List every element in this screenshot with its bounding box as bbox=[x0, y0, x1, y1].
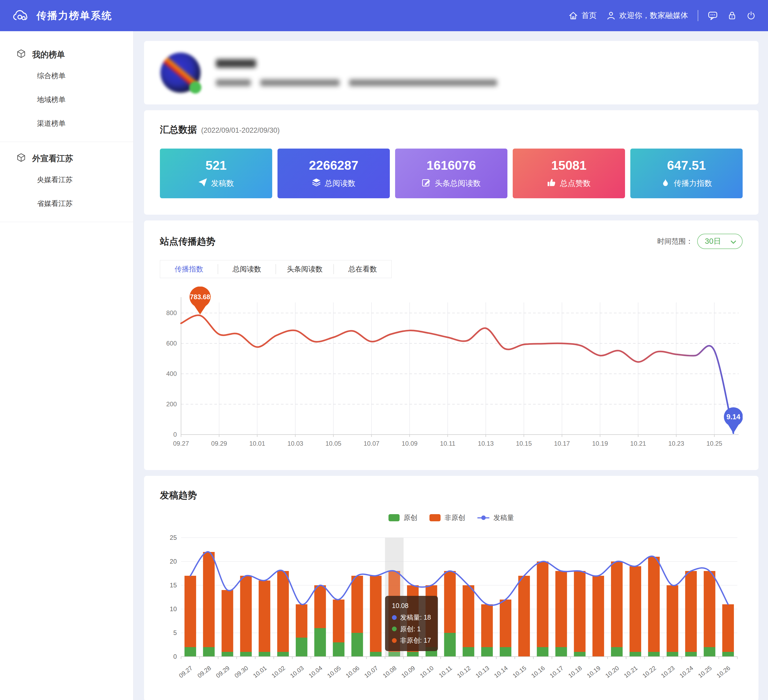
cube-icon bbox=[16, 49, 26, 61]
trend-tab[interactable]: 总阅读数 bbox=[218, 264, 276, 274]
sidebar-group-title[interactable]: 外宣看江苏 bbox=[0, 149, 133, 168]
layers-icon bbox=[312, 178, 321, 189]
svg-text:10.17: 10.17 bbox=[549, 664, 565, 679]
svg-text:10.14: 10.14 bbox=[493, 664, 509, 679]
svg-text:400: 400 bbox=[166, 370, 177, 377]
stat-label: 总阅读数 bbox=[325, 178, 355, 189]
account-profile-card bbox=[144, 41, 758, 104]
stat-card: 647.51传播力指数 bbox=[630, 149, 742, 198]
svg-text:25: 25 bbox=[170, 534, 177, 541]
svg-text:10.07: 10.07 bbox=[363, 664, 379, 679]
svg-text:10.21: 10.21 bbox=[622, 664, 639, 679]
stat-card: 2266287总阅读数 bbox=[277, 149, 390, 198]
svg-text:10.03: 10.03 bbox=[289, 664, 305, 679]
trend-tab[interactable]: 头条阅读数 bbox=[276, 264, 333, 274]
stat-card: 521发稿数 bbox=[160, 149, 272, 198]
svg-text:10.13: 10.13 bbox=[478, 440, 494, 447]
trend-tab[interactable]: 传播指数 bbox=[160, 264, 218, 274]
publish-legend: 原创非原创发稿量 bbox=[160, 513, 742, 522]
nav-home-link[interactable]: 首页 bbox=[568, 10, 597, 21]
sidebar-group-label: 我的榜单 bbox=[32, 49, 65, 60]
svg-text:10.21: 10.21 bbox=[630, 440, 646, 447]
svg-text:10.25: 10.25 bbox=[697, 664, 713, 679]
summary-title: 汇总数据 bbox=[160, 123, 197, 136]
stat-label: 总点赞数 bbox=[560, 178, 591, 189]
legend-label: 发稿量 bbox=[493, 513, 514, 522]
chevron-down-icon bbox=[730, 237, 736, 246]
nav-account[interactable]: 欢迎你，数家融媒体 bbox=[606, 10, 688, 21]
svg-text:10.12: 10.12 bbox=[456, 664, 472, 679]
svg-text:10.08: 10.08 bbox=[382, 664, 398, 679]
sidebar-item[interactable]: 地域榜单 bbox=[0, 88, 133, 112]
sidebar-item[interactable]: 央媒看江苏 bbox=[0, 168, 133, 192]
svg-text:10.09: 10.09 bbox=[402, 440, 418, 447]
svg-text:200: 200 bbox=[166, 400, 177, 408]
stat-value: 521 bbox=[205, 158, 227, 173]
user-icon bbox=[606, 11, 616, 20]
nav-welcome-text: 欢迎你，数家融媒体 bbox=[619, 10, 688, 21]
stat-label: 传播力指数 bbox=[674, 178, 712, 189]
chat-icon[interactable] bbox=[708, 11, 718, 21]
legend-swatch bbox=[389, 514, 400, 521]
svg-text:09.27: 09.27 bbox=[173, 440, 189, 447]
svg-text:600: 600 bbox=[166, 340, 177, 347]
stat-card: 1616076头条总阅读数 bbox=[395, 149, 507, 198]
main-content: 汇总数据 (2022/09/01-2022/09/30) 521发稿数22662… bbox=[133, 31, 768, 700]
sidebar-group-label: 外宣看江苏 bbox=[32, 153, 73, 164]
account-name-redacted bbox=[216, 59, 256, 68]
cube-icon bbox=[16, 153, 26, 165]
time-range-value: 30日 bbox=[705, 236, 721, 247]
legend-item[interactable]: 非原创 bbox=[429, 513, 465, 522]
paper-plane-icon bbox=[198, 178, 207, 189]
svg-text:10.18: 10.18 bbox=[567, 664, 583, 679]
svg-text:09.28: 09.28 bbox=[196, 664, 212, 679]
svg-text:10.05: 10.05 bbox=[326, 440, 341, 447]
stat-card: 15081总点赞数 bbox=[513, 149, 625, 198]
svg-text:10.07: 10.07 bbox=[364, 440, 379, 447]
lock-icon[interactable] bbox=[727, 11, 737, 20]
svg-text:09.27: 09.27 bbox=[178, 664, 194, 679]
site-trend-chart[interactable]: 09.2709.2910.0110.0310.0510.0710.0910.11… bbox=[160, 287, 742, 459]
stat-label: 头条总阅读数 bbox=[435, 178, 481, 189]
sidebar-item[interactable]: 省媒看江苏 bbox=[0, 192, 133, 215]
sidebar-group: 外宣看江苏央媒看江苏省媒看江苏 bbox=[0, 149, 133, 222]
site-trend-section: 站点传播趋势 时间范围： 30日 传播指数总阅读数头条阅读数总在看数 09.27… bbox=[144, 221, 758, 470]
publish-title: 发稿趋势 bbox=[160, 490, 197, 500]
sidebar-item[interactable]: 综合榜单 bbox=[0, 64, 133, 88]
trend-tab[interactable]: 总在看数 bbox=[334, 264, 391, 274]
legend-swatch bbox=[429, 514, 440, 521]
svg-text:10.15: 10.15 bbox=[511, 664, 528, 679]
svg-text:10.02: 10.02 bbox=[270, 664, 286, 679]
edit-icon bbox=[422, 178, 431, 189]
stat-value: 647.51 bbox=[667, 158, 706, 173]
power-icon[interactable] bbox=[746, 11, 756, 20]
stat-value: 15081 bbox=[551, 158, 586, 173]
legend-item[interactable]: 发稿量 bbox=[477, 513, 514, 522]
svg-text:10.06: 10.06 bbox=[344, 664, 360, 679]
cloud-logo-icon bbox=[12, 10, 30, 22]
publish-trend-chart[interactable]: 051015202509.2709.2809.2909.3010.0110.02… bbox=[160, 532, 742, 692]
svg-text:783.68: 783.68 bbox=[190, 293, 210, 301]
svg-text:10: 10 bbox=[170, 605, 177, 612]
app-title: 传播力榜单系统 bbox=[37, 9, 112, 22]
stat-value: 1616076 bbox=[427, 158, 476, 173]
legend-item[interactable]: 原创 bbox=[389, 513, 417, 522]
svg-text:10.23: 10.23 bbox=[660, 664, 676, 679]
trend-title: 站点传播趋势 bbox=[160, 235, 215, 248]
svg-text:10.23: 10.23 bbox=[668, 440, 684, 447]
svg-text:10.11: 10.11 bbox=[437, 664, 453, 679]
svg-text:10.11: 10.11 bbox=[440, 440, 455, 447]
svg-text:10.01: 10.01 bbox=[251, 664, 268, 679]
sidebar-group-title[interactable]: 我的榜单 bbox=[0, 45, 133, 64]
legend-line-marker bbox=[477, 517, 490, 518]
svg-text:10.19: 10.19 bbox=[592, 440, 608, 447]
avatar bbox=[160, 53, 201, 93]
sidebar-group: 我的榜单综合榜单地域榜单渠道榜单 bbox=[0, 45, 133, 142]
nav-divider bbox=[698, 10, 698, 21]
stat-value: 2266287 bbox=[309, 158, 358, 173]
svg-text:10.26: 10.26 bbox=[715, 664, 731, 679]
svg-text:0: 0 bbox=[173, 431, 177, 438]
time-range-select[interactable]: 30日 bbox=[697, 234, 742, 249]
svg-text:10.17: 10.17 bbox=[554, 440, 570, 447]
sidebar-item[interactable]: 渠道榜单 bbox=[0, 112, 133, 135]
